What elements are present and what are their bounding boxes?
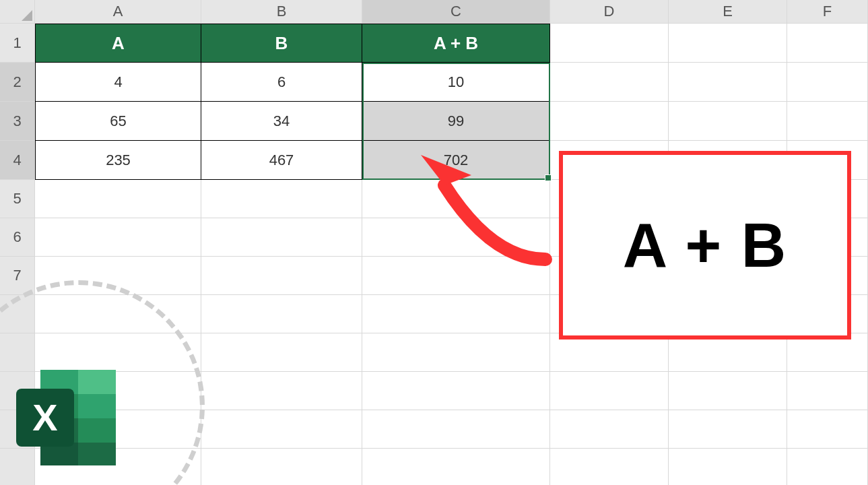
annotation-callout: A + B <box>559 151 851 340</box>
row-header-1[interactable]: 1 <box>0 24 35 63</box>
cell-C6[interactable] <box>362 218 550 257</box>
cell-C3[interactable]: 99 <box>362 102 550 141</box>
select-all-corner[interactable] <box>0 0 35 24</box>
svg-text:X: X <box>32 396 57 439</box>
row-header-6[interactable]: 6 <box>0 218 35 257</box>
cell-B5[interactable] <box>201 180 362 218</box>
cell-blank[interactable] <box>201 410 362 449</box>
cell-blank[interactable] <box>362 333 550 372</box>
cell-blank[interactable] <box>362 295 550 333</box>
cell-F2[interactable] <box>787 63 868 102</box>
cell-A5[interactable] <box>35 180 201 218</box>
cell-E2[interactable] <box>669 63 787 102</box>
cell-C7[interactable] <box>362 257 550 295</box>
cell-A6[interactable] <box>35 218 201 257</box>
cell-A1[interactable]: A <box>35 24 201 63</box>
cell-blank[interactable] <box>787 449 868 485</box>
cell-C2[interactable]: 10 <box>362 63 550 102</box>
col-header-A[interactable]: A <box>35 0 201 24</box>
cell-D2[interactable] <box>550 63 669 102</box>
svg-rect-7 <box>78 418 116 443</box>
svg-rect-5 <box>78 394 116 418</box>
row-header-4[interactable]: 4 <box>0 141 35 180</box>
cell-A3[interactable]: 65 <box>35 102 201 141</box>
row-header-5[interactable]: 5 <box>0 180 35 218</box>
col-header-F[interactable]: F <box>787 0 868 24</box>
cell-A4[interactable]: 235 <box>35 141 201 180</box>
cell-blank[interactable] <box>669 449 787 485</box>
col-header-B[interactable]: B <box>201 0 362 24</box>
row-header-2[interactable]: 2 <box>0 63 35 102</box>
cell-D1[interactable] <box>550 24 669 63</box>
cell-B2[interactable]: 6 <box>201 63 362 102</box>
cell-A2[interactable]: 4 <box>35 63 201 102</box>
cell-blank[interactable] <box>201 449 362 485</box>
cell-blank[interactable] <box>201 295 362 333</box>
cell-blank[interactable] <box>787 372 868 410</box>
excel-logo: X <box>12 366 123 473</box>
cell-E3[interactable] <box>669 102 787 141</box>
cell-B7[interactable] <box>201 257 362 295</box>
cell-blank[interactable] <box>362 372 550 410</box>
cell-blank[interactable] <box>35 295 201 333</box>
cell-blank[interactable] <box>201 333 362 372</box>
cell-D3[interactable] <box>550 102 669 141</box>
cell-B4[interactable]: 467 <box>201 141 362 180</box>
cell-blank[interactable] <box>669 410 787 449</box>
cell-F3[interactable] <box>787 102 868 141</box>
cell-B1[interactable]: B <box>201 24 362 63</box>
row-header-blank[interactable] <box>0 295 35 333</box>
annotation-text: A + B <box>623 210 787 281</box>
col-header-D[interactable]: D <box>550 0 669 24</box>
row-header-3[interactable]: 3 <box>0 102 35 141</box>
cell-E1[interactable] <box>669 24 787 63</box>
cell-F1[interactable] <box>787 24 868 63</box>
cell-C5[interactable] <box>362 180 550 218</box>
cell-B6[interactable] <box>201 218 362 257</box>
cell-C4[interactable]: 702 <box>362 141 550 180</box>
cell-blank[interactable] <box>669 372 787 410</box>
cell-blank[interactable] <box>787 410 868 449</box>
cell-blank[interactable] <box>362 449 550 485</box>
cell-blank[interactable] <box>550 449 669 485</box>
svg-rect-9 <box>78 443 116 465</box>
cell-B3[interactable]: 34 <box>201 102 362 141</box>
cell-C1[interactable]: A + B <box>362 24 550 63</box>
row-header-7[interactable]: 7 <box>0 257 35 295</box>
excel-icon: X <box>12 366 123 470</box>
cell-blank[interactable] <box>550 372 669 410</box>
svg-rect-3 <box>78 370 116 394</box>
cell-A7[interactable] <box>35 257 201 295</box>
col-header-C[interactable]: C <box>362 0 550 24</box>
cell-blank[interactable] <box>550 410 669 449</box>
col-header-E[interactable]: E <box>669 0 787 24</box>
cell-blank[interactable] <box>362 410 550 449</box>
cell-blank[interactable] <box>201 372 362 410</box>
